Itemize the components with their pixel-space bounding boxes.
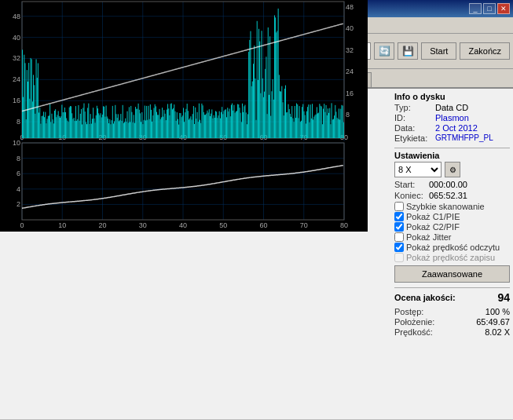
c2-label: Pokaż C2/PIF: [406, 222, 460, 232]
disk-id-row: ID: Plasmon: [394, 113, 510, 122]
settings-section: Ustawienia 8 X Max 4 X ⚙ Start: 000:00.0…: [394, 151, 510, 283]
checkbox-jitter: Pokaż Jitter: [394, 232, 510, 242]
end-time-row: Koniec: 065:52.31: [394, 191, 510, 200]
disk-etykieta-value: GRTMHFPP_PL: [435, 133, 493, 143]
jitter-label: Pokaż Jitter: [406, 232, 451, 242]
right-panel: Info o dysku Typ: Data CD ID: Plasmon Da…: [391, 89, 513, 419]
start-time-row: Start: 000:00.00: [394, 180, 510, 189]
disk-info-section: Info o dysku Typ: Data CD ID: Plasmon Da…: [394, 92, 510, 143]
c2-checkbox[interactable]: [394, 222, 404, 232]
separator-1: [394, 148, 510, 148]
main-chart: [0, 0, 368, 232]
end-label: Koniec:: [394, 191, 426, 200]
checkbox-c1: Pokaż C1/PIE: [394, 212, 510, 221]
checkbox-c2: Pokaż C2/PIF: [394, 222, 510, 232]
szybkie-label: Szybkie skanowanie: [406, 202, 485, 211]
polozenie-label: Położenie:: [394, 317, 434, 327]
maximize-button[interactable]: □: [483, 3, 496, 14]
jitter-checkbox[interactable]: [394, 232, 404, 242]
write-speed-label: Pokaż prędkość zapisu: [406, 253, 495, 262]
main-content: Info o dysku Typ: Data CD ID: Plasmon Da…: [0, 89, 513, 419]
progress-stats: Postęp: 100 % Położenie: 65:49.67 Prędko…: [394, 307, 510, 337]
advanced-button[interactable]: Zaawansowane: [394, 265, 510, 283]
c1-checkbox[interactable]: [394, 212, 404, 221]
disk-label-row: Etykieta: GRTMHFPP_PL: [394, 133, 510, 143]
checkbox-szybkie: Szybkie skanowanie: [394, 202, 510, 211]
postep-value: 100 %: [486, 307, 510, 316]
end-value: 065:52.31: [429, 191, 467, 200]
window-controls: _ □ ✕: [469, 3, 510, 14]
speed-settings-icon[interactable]: ⚙: [445, 162, 460, 177]
quality-label: Ocena jakości:: [394, 293, 456, 302]
postep-label: Postęp:: [394, 307, 423, 316]
start-label: Start:: [394, 180, 426, 189]
minimize-button[interactable]: _: [469, 3, 482, 14]
predkosc-row: Prędkość: 8.02 X: [394, 327, 510, 337]
szybkie-checkbox[interactable]: [394, 202, 404, 211]
disk-id-label: ID:: [394, 113, 432, 122]
disk-id-value: Plasmon: [435, 113, 469, 122]
disk-info-title: Info o dysku: [394, 92, 510, 101]
quality-value: 94: [497, 291, 510, 304]
disk-type-value: Data CD: [435, 103, 468, 112]
start-button[interactable]: Start: [421, 42, 456, 60]
read-speed-checkbox[interactable]: [394, 243, 404, 252]
polozenie-value: 65:49.67: [476, 317, 510, 327]
refresh-button[interactable]: 🔄: [374, 42, 394, 60]
save-button[interactable]: 💾: [398, 42, 418, 60]
checkbox-predkosc-zapisu: Pokaż prędkość zapisu: [394, 253, 510, 262]
predkosc-label: Prędkość:: [394, 327, 433, 337]
write-speed-checkbox[interactable]: [394, 253, 404, 262]
start-value: 000:00.00: [429, 180, 467, 189]
read-speed-label: Pokaż prędkość odczytu: [406, 243, 500, 252]
c1-label: Pokaż C1/PIE: [406, 212, 460, 221]
close-button[interactable]: ✕: [497, 3, 510, 14]
postep-row: Postęp: 100 %: [394, 307, 510, 316]
polozenie-row: Położenie: 65:49.67: [394, 317, 510, 327]
disk-etykieta-label: Etykieta:: [394, 133, 432, 143]
quality-row: Ocena jakości: 94: [394, 291, 510, 304]
speed-select[interactable]: 8 X Max 4 X: [394, 162, 442, 177]
separator-2: [394, 287, 510, 288]
end-button[interactable]: Zakończ: [460, 42, 510, 60]
speed-row: 8 X Max 4 X ⚙: [394, 162, 510, 177]
disk-date-label: Data:: [394, 123, 432, 133]
disk-type-row: Typ: Data CD: [394, 103, 510, 112]
settings-title: Ustawienia: [394, 151, 510, 160]
disk-date-row: Data: 2 Oct 2012: [394, 123, 510, 133]
disk-type-label: Typ:: [394, 103, 432, 112]
checkbox-predkosc-odczytu: Pokaż prędkość odczytu: [394, 243, 510, 252]
disk-date-value: 2 Oct 2012: [435, 123, 478, 133]
predkosc-value: 8.02 X: [485, 327, 510, 337]
